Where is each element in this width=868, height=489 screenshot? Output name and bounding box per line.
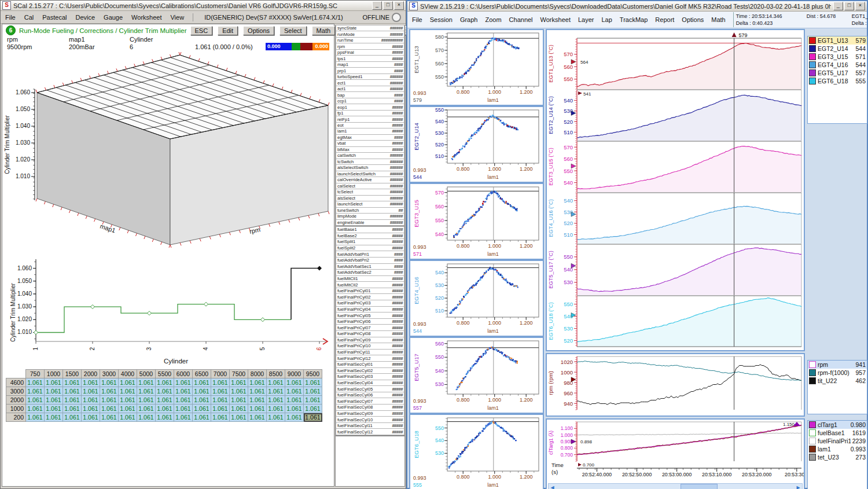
col-header[interactable]: 3000 — [100, 370, 119, 378]
col-header[interactable]: 1500 — [63, 370, 82, 378]
menu-view[interactable]: View — [170, 14, 184, 21]
math-button[interactable]: Math — [312, 26, 335, 35]
legend-item-EGT5_U17[interactable]: EGT5_U17557 — [808, 69, 867, 77]
table-cell[interactable]: 1.061 — [82, 405, 100, 413]
table-cell[interactable]: 1.061 — [304, 396, 322, 405]
table-cell[interactable]: 1.061 — [63, 378, 82, 387]
table-cell[interactable]: 1.061 — [156, 405, 174, 413]
minimize-button[interactable]: _ — [833, 2, 843, 10]
watch-row[interactable]: fuelFinalSecCyl12##### — [336, 428, 404, 435]
table-cell[interactable]: 1.061 — [100, 413, 119, 422]
col-header[interactable]: 8000 — [248, 370, 267, 378]
table-cell[interactable]: 1.061 — [193, 378, 211, 387]
table-cell[interactable]: 1.061 — [230, 387, 248, 396]
table-cell[interactable]: 1.061 — [63, 396, 82, 405]
menu-graph[interactable]: Graph — [460, 16, 478, 23]
table-cell[interactable]: 1.061 — [211, 413, 230, 422]
col-header[interactable]: 750 — [26, 370, 45, 378]
col-header[interactable]: 7000 — [211, 370, 230, 378]
edit-button[interactable]: Edit — [218, 26, 238, 35]
scatter-plot-egt5_u17[interactable]: 0.8001.0001.200530540550560EGT5_U170.993… — [409, 337, 544, 414]
legend-item-rpm-f(1000)[interactable]: rpm-f(1000)957 — [808, 369, 867, 377]
table-cell[interactable]: 1.061 — [174, 413, 193, 422]
legend-item-EGT4_U16[interactable]: EGT4_U16544 — [808, 61, 867, 69]
scroll-left-icon[interactable]: ◀ — [549, 484, 556, 489]
table-cell[interactable]: 1.061 — [63, 413, 82, 422]
table-cell[interactable]: 1.061 — [45, 405, 63, 413]
col-header[interactable]: 5000 — [137, 370, 156, 378]
menu-channel[interactable]: Channel — [509, 16, 533, 23]
table-cell[interactable]: 1.061 — [230, 378, 248, 387]
table-cell[interactable]: 1.061 — [193, 405, 211, 413]
table-cell[interactable]: 1.061 — [26, 413, 45, 422]
scatter-plot-egt6_u18[interactable]: 0.8001.0001.200530540550EGT6_U180.993555… — [409, 414, 544, 489]
table-cell[interactable]: 1.061 — [267, 405, 285, 413]
menu-math[interactable]: Math — [711, 16, 725, 23]
row-header[interactable]: 4600 — [6, 378, 26, 387]
close-button[interactable]: × — [394, 1, 404, 10]
col-header[interactable]: 7500 — [230, 370, 248, 378]
table-cell[interactable]: 1.061 — [230, 396, 248, 405]
scal-titlebar[interactable]: S SCal 2.15.277 : C:\Users\Public\Docume… — [1, 1, 406, 11]
table-cell[interactable]: 1.061 — [45, 378, 63, 387]
table-cell[interactable]: 1.061 — [156, 413, 174, 422]
table-cell[interactable]: 1.061 — [193, 387, 211, 396]
menu-worksheet[interactable]: Worksheet — [131, 14, 161, 21]
watch-row[interactable]: engineEnable###### — [336, 219, 404, 226]
table-cell[interactable]: 1.061 — [100, 405, 119, 413]
table-cell[interactable]: 1.061 — [230, 413, 248, 422]
close-button[interactable]: × — [855, 2, 865, 10]
table-cell[interactable]: 1.061 — [156, 387, 174, 396]
cylinder-trim-step-chart[interactable]: 1.0101.0201.0301.0401.0501.060123456Cyli… — [2, 255, 333, 368]
scatter-plot-egt1_u13[interactable]: 0.8001.0001.200550560570580EGT1_U130.993… — [409, 29, 544, 106]
table-cell[interactable]: 1.061 — [45, 413, 63, 422]
table-cell[interactable]: 1.061 — [156, 396, 174, 405]
select-button[interactable]: Select — [279, 26, 307, 35]
menu-trackmap[interactable]: TrackMap — [620, 16, 648, 23]
table-cell[interactable]: 1.061 — [193, 396, 211, 405]
table-cell[interactable]: 1.061 — [82, 396, 100, 405]
table-cell[interactable]: 1.061 — [304, 405, 322, 413]
legend-item-EGT3_U15[interactable]: EGT3_U15571 — [808, 53, 867, 61]
menu-lap[interactable]: Lap — [601, 16, 612, 23]
col-header[interactable]: 2000 — [82, 370, 100, 378]
egt-tracks-panel[interactable]: 579550560570EGT1_U13 (°C)564510520530540… — [546, 29, 805, 351]
menu-zoom[interactable]: Zoom — [485, 16, 501, 23]
col-header[interactable]: 8500 — [267, 370, 285, 378]
table-cell[interactable]: 1.061 — [137, 413, 156, 422]
menu-device[interactable]: Device — [75, 14, 95, 21]
menu-file[interactable]: File — [5, 14, 16, 21]
table-cell[interactable]: 1.061 — [26, 387, 45, 396]
table-cell[interactable]: 1.061 — [285, 413, 304, 422]
table-cell[interactable]: 1.061 — [26, 378, 45, 387]
legend-item-lam1[interactable]: lam10.993 — [808, 445, 867, 453]
legend-item-clTarg1[interactable]: clTarg10.980 — [808, 421, 867, 429]
table-cell[interactable]: 1.061 — [82, 413, 100, 422]
row-header[interactable]: 3000 — [6, 387, 26, 396]
table-cell[interactable]: 1.061 — [285, 396, 304, 405]
row-header[interactable]: 2000 — [6, 396, 26, 405]
table-cell[interactable]: 1.061 — [45, 387, 63, 396]
table-cell[interactable]: 1.061 — [119, 405, 137, 413]
scatter-plot-egt3_u15[interactable]: 0.8001.0001.200540550560570EGT3_U150.993… — [409, 183, 544, 260]
sview-titlebar[interactable]: S SView 2.15.219 : C:\Users\Public\Docum… — [407, 1, 867, 12]
table-cell[interactable]: 1.061 — [304, 378, 322, 387]
table-cell[interactable]: 1.061 — [63, 387, 82, 396]
menu-report[interactable]: Report — [655, 16, 674, 23]
table-cell[interactable]: 1.061 — [26, 405, 45, 413]
table-cell[interactable]: 1.061 — [119, 413, 137, 422]
table-cell[interactable]: 1.061 — [119, 378, 137, 387]
table-cell[interactable]: 1.061 — [267, 387, 285, 396]
table-cell[interactable]: 1.061 — [63, 405, 82, 413]
table-cell[interactable]: 1.061 — [304, 387, 322, 396]
menu-worksheet[interactable]: Worksheet — [540, 16, 571, 23]
table-cell[interactable]: 1.061 — [156, 378, 174, 387]
menu-pastecal[interactable]: Pastecal — [42, 14, 67, 21]
table-cell[interactable]: 1.061 — [230, 405, 248, 413]
maximize-button[interactable]: □ — [844, 2, 854, 10]
col-header[interactable]: 9000 — [285, 370, 304, 378]
table-cell[interactable]: 1.061 — [193, 413, 211, 422]
selected-cell[interactable]: 1.061 — [304, 413, 322, 422]
minimize-button[interactable]: _ — [372, 1, 382, 10]
table-cell[interactable]: 1.061 — [119, 396, 137, 405]
